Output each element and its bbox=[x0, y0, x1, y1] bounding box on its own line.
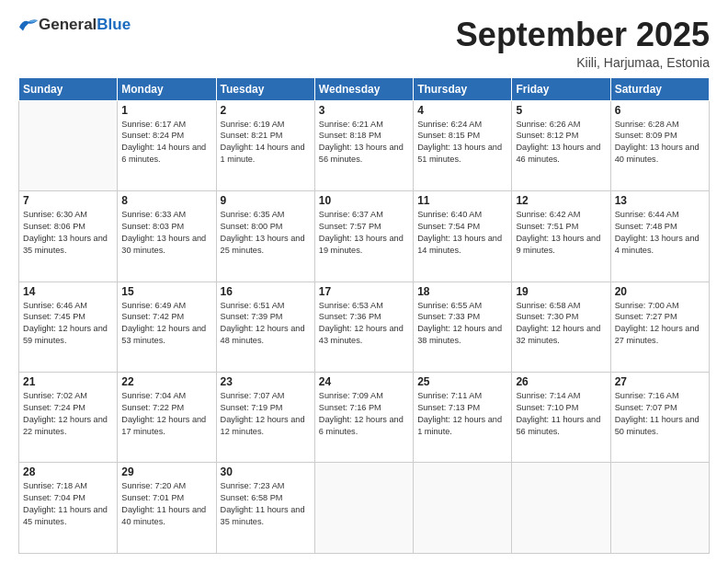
day-number: 23 bbox=[221, 375, 311, 388]
day-number: 22 bbox=[121, 375, 211, 388]
day-info: Sunrise: 7:20 AMSunset: 7:01 PMDaylight:… bbox=[121, 481, 206, 526]
day-info: Sunrise: 7:18 AMSunset: 7:04 PMDaylight:… bbox=[23, 481, 108, 526]
logo: GeneralBlue bbox=[18, 17, 131, 34]
day-info: Sunrise: 6:35 AMSunset: 8:00 PMDaylight:… bbox=[221, 210, 305, 255]
logo-general-text: General bbox=[39, 16, 97, 33]
day-number: 1 bbox=[121, 104, 211, 117]
table-row: 16Sunrise: 6:51 AMSunset: 7:39 PMDayligh… bbox=[216, 282, 314, 372]
table-row: 1Sunrise: 6:17 AMSunset: 8:24 PMDaylight… bbox=[118, 100, 216, 190]
day-info: Sunrise: 6:58 AMSunset: 7:30 PMDaylight:… bbox=[516, 301, 600, 346]
day-info: Sunrise: 6:21 AMSunset: 8:18 PMDaylight:… bbox=[319, 120, 404, 165]
table-row: 12Sunrise: 6:42 AMSunset: 7:51 PMDayligh… bbox=[512, 191, 610, 282]
table-row: 7Sunrise: 6:30 AMSunset: 8:06 PMDaylight… bbox=[19, 191, 118, 282]
table-row bbox=[314, 463, 413, 554]
day-number: 24 bbox=[319, 375, 409, 388]
day-info: Sunrise: 6:40 AMSunset: 7:54 PMDaylight:… bbox=[417, 210, 502, 255]
day-number: 28 bbox=[23, 465, 113, 478]
table-row: 21Sunrise: 7:02 AMSunset: 7:24 PMDayligh… bbox=[19, 373, 118, 463]
day-info: Sunrise: 7:16 AMSunset: 7:07 PMDaylight:… bbox=[615, 391, 700, 436]
title-block: September 2025 Kiili, Harjumaa, Estonia bbox=[456, 17, 710, 70]
day-info: Sunrise: 6:55 AMSunset: 7:33 PMDaylight:… bbox=[417, 301, 502, 346]
table-row: 14Sunrise: 6:46 AMSunset: 7:45 PMDayligh… bbox=[19, 282, 118, 372]
page-title: September 2025 bbox=[456, 17, 710, 53]
table-row bbox=[414, 463, 512, 554]
day-number: 9 bbox=[221, 194, 311, 207]
day-info: Sunrise: 6:26 AMSunset: 8:12 PMDaylight:… bbox=[516, 120, 600, 165]
day-info: Sunrise: 6:17 AMSunset: 8:24 PMDaylight:… bbox=[121, 120, 206, 165]
table-row: 26Sunrise: 7:14 AMSunset: 7:10 PMDayligh… bbox=[512, 373, 610, 463]
day-info: Sunrise: 6:24 AMSunset: 8:15 PMDaylight:… bbox=[417, 120, 502, 165]
day-info: Sunrise: 6:49 AMSunset: 7:42 PMDaylight:… bbox=[121, 301, 206, 346]
day-info: Sunrise: 7:04 AMSunset: 7:22 PMDaylight:… bbox=[121, 391, 206, 436]
table-row: 10Sunrise: 6:37 AMSunset: 7:57 PMDayligh… bbox=[314, 191, 413, 282]
day-number: 4 bbox=[417, 104, 507, 117]
page: GeneralBlue September 2025 Kiili, Harjum… bbox=[0, 0, 728, 563]
day-number: 19 bbox=[516, 285, 606, 298]
table-row: 9Sunrise: 6:35 AMSunset: 8:00 PMDaylight… bbox=[216, 191, 314, 282]
table-row: 15Sunrise: 6:49 AMSunset: 7:42 PMDayligh… bbox=[118, 282, 216, 372]
table-row: 8Sunrise: 6:33 AMSunset: 8:03 PMDaylight… bbox=[118, 191, 216, 282]
table-row: 4Sunrise: 6:24 AMSunset: 8:15 PMDaylight… bbox=[414, 100, 512, 190]
calendar-week-row: 28Sunrise: 7:18 AMSunset: 7:04 PMDayligh… bbox=[19, 463, 710, 554]
calendar-week-row: 1Sunrise: 6:17 AMSunset: 8:24 PMDaylight… bbox=[19, 100, 710, 190]
day-info: Sunrise: 7:02 AMSunset: 7:24 PMDaylight:… bbox=[23, 391, 108, 436]
table-row bbox=[610, 463, 709, 554]
day-number: 21 bbox=[23, 375, 113, 388]
day-info: Sunrise: 7:09 AMSunset: 7:16 PMDaylight:… bbox=[319, 391, 404, 436]
table-row: 23Sunrise: 7:07 AMSunset: 7:19 PMDayligh… bbox=[216, 373, 314, 463]
day-info: Sunrise: 6:53 AMSunset: 7:36 PMDaylight:… bbox=[319, 301, 404, 346]
table-row: 3Sunrise: 6:21 AMSunset: 8:18 PMDaylight… bbox=[314, 100, 413, 190]
col-sunday: Sunday bbox=[19, 77, 118, 100]
day-number: 13 bbox=[615, 194, 705, 207]
day-info: Sunrise: 7:11 AMSunset: 7:13 PMDaylight:… bbox=[417, 391, 502, 436]
col-monday: Monday bbox=[118, 77, 216, 100]
day-number: 29 bbox=[121, 465, 211, 478]
calendar-week-row: 14Sunrise: 6:46 AMSunset: 7:45 PMDayligh… bbox=[19, 282, 710, 372]
day-number: 14 bbox=[23, 285, 113, 298]
day-number: 11 bbox=[417, 194, 507, 207]
table-row: 30Sunrise: 7:23 AMSunset: 6:58 PMDayligh… bbox=[216, 463, 314, 554]
table-row: 22Sunrise: 7:04 AMSunset: 7:22 PMDayligh… bbox=[118, 373, 216, 463]
table-row: 20Sunrise: 7:00 AMSunset: 7:27 PMDayligh… bbox=[610, 282, 709, 372]
day-number: 15 bbox=[121, 285, 211, 298]
day-number: 25 bbox=[417, 375, 507, 388]
col-wednesday: Wednesday bbox=[314, 77, 413, 100]
calendar-table: Sunday Monday Tuesday Wednesday Thursday… bbox=[18, 77, 710, 554]
day-number: 6 bbox=[615, 104, 705, 117]
day-info: Sunrise: 6:44 AMSunset: 7:48 PMDaylight:… bbox=[615, 210, 700, 255]
day-number: 3 bbox=[319, 104, 409, 117]
day-number: 30 bbox=[221, 465, 311, 478]
col-thursday: Thursday bbox=[414, 77, 512, 100]
calendar-header-row: Sunday Monday Tuesday Wednesday Thursday… bbox=[19, 77, 710, 100]
day-info: Sunrise: 6:46 AMSunset: 7:45 PMDaylight:… bbox=[23, 301, 108, 346]
table-row: 25Sunrise: 7:11 AMSunset: 7:13 PMDayligh… bbox=[414, 373, 512, 463]
logo-blue-text: Blue bbox=[97, 16, 131, 33]
day-info: Sunrise: 6:19 AMSunset: 8:21 PMDaylight:… bbox=[221, 120, 305, 165]
table-row bbox=[19, 100, 118, 190]
day-number: 16 bbox=[221, 285, 311, 298]
day-number: 12 bbox=[516, 194, 606, 207]
calendar-week-row: 21Sunrise: 7:02 AMSunset: 7:24 PMDayligh… bbox=[19, 373, 710, 463]
day-number: 17 bbox=[319, 285, 409, 298]
day-info: Sunrise: 6:28 AMSunset: 8:09 PMDaylight:… bbox=[615, 120, 700, 165]
table-row: 13Sunrise: 6:44 AMSunset: 7:48 PMDayligh… bbox=[610, 191, 709, 282]
day-info: Sunrise: 7:00 AMSunset: 7:27 PMDaylight:… bbox=[615, 301, 700, 346]
table-row: 29Sunrise: 7:20 AMSunset: 7:01 PMDayligh… bbox=[118, 463, 216, 554]
col-tuesday: Tuesday bbox=[216, 77, 314, 100]
table-row: 5Sunrise: 6:26 AMSunset: 8:12 PMDaylight… bbox=[512, 100, 610, 190]
day-number: 2 bbox=[221, 104, 311, 117]
table-row: 28Sunrise: 7:18 AMSunset: 7:04 PMDayligh… bbox=[19, 463, 118, 554]
table-row: 6Sunrise: 6:28 AMSunset: 8:09 PMDaylight… bbox=[610, 100, 709, 190]
table-row: 24Sunrise: 7:09 AMSunset: 7:16 PMDayligh… bbox=[314, 373, 413, 463]
table-row: 2Sunrise: 6:19 AMSunset: 8:21 PMDaylight… bbox=[216, 100, 314, 190]
table-row: 11Sunrise: 6:40 AMSunset: 7:54 PMDayligh… bbox=[414, 191, 512, 282]
col-friday: Friday bbox=[512, 77, 610, 100]
day-number: 5 bbox=[516, 104, 606, 117]
day-number: 8 bbox=[121, 194, 211, 207]
day-number: 27 bbox=[615, 375, 705, 388]
day-number: 18 bbox=[417, 285, 507, 298]
day-info: Sunrise: 6:42 AMSunset: 7:51 PMDaylight:… bbox=[516, 210, 600, 255]
table-row: 27Sunrise: 7:16 AMSunset: 7:07 PMDayligh… bbox=[610, 373, 709, 463]
table-row: 19Sunrise: 6:58 AMSunset: 7:30 PMDayligh… bbox=[512, 282, 610, 372]
day-info: Sunrise: 7:14 AMSunset: 7:10 PMDaylight:… bbox=[516, 391, 600, 436]
